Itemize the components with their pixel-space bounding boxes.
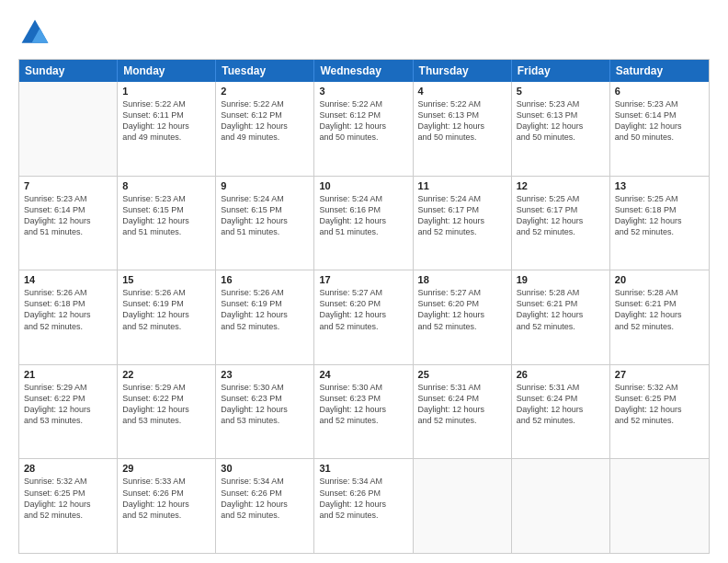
cal-cell: 12Sunrise: 5:25 AM Sunset: 6:17 PM Dayli… [512, 177, 610, 270]
cal-cell: 6Sunrise: 5:23 AM Sunset: 6:14 PM Daylig… [610, 82, 709, 176]
day-number: 13 [615, 180, 704, 191]
header-day-wednesday: Wednesday [314, 60, 413, 82]
cal-cell: 20Sunrise: 5:28 AM Sunset: 6:21 PM Dayli… [610, 270, 709, 364]
day-info: Sunrise: 5:22 AM Sunset: 6:12 PM Dayligh… [319, 98, 407, 144]
cal-cell: 10Sunrise: 5:24 AM Sunset: 6:16 PM Dayli… [314, 177, 413, 270]
calendar-row-0: 1Sunrise: 5:22 AM Sunset: 6:11 PM Daylig… [19, 82, 709, 176]
day-info: Sunrise: 5:25 AM Sunset: 6:17 PM Dayligh… [517, 193, 605, 238]
header-day-thursday: Thursday [414, 60, 512, 82]
day-number: 24 [319, 369, 407, 380]
day-info: Sunrise: 5:28 AM Sunset: 6:21 PM Dayligh… [615, 287, 704, 332]
day-info: Sunrise: 5:34 AM Sunset: 6:26 PM Dayligh… [221, 476, 309, 521]
day-number: 29 [122, 463, 210, 474]
day-info: Sunrise: 5:24 AM Sunset: 6:17 PM Dayligh… [418, 193, 506, 238]
day-info: Sunrise: 5:27 AM Sunset: 6:20 PM Dayligh… [418, 287, 506, 332]
cal-cell [610, 459, 709, 553]
day-info: Sunrise: 5:30 AM Sunset: 6:23 PM Dayligh… [221, 382, 309, 427]
day-number: 30 [221, 463, 309, 474]
day-number: 5 [517, 86, 605, 97]
day-number: 21 [24, 369, 112, 380]
cal-cell: 1Sunrise: 5:22 AM Sunset: 6:11 PM Daylig… [118, 82, 216, 176]
day-info: Sunrise: 5:22 AM Sunset: 6:12 PM Dayligh… [221, 98, 309, 144]
day-number: 11 [418, 180, 506, 191]
day-info: Sunrise: 5:26 AM Sunset: 6:19 PM Dayligh… [221, 287, 309, 332]
cal-cell: 14Sunrise: 5:26 AM Sunset: 6:18 PM Dayli… [19, 270, 118, 364]
cal-cell: 27Sunrise: 5:32 AM Sunset: 6:25 PM Dayli… [610, 365, 709, 459]
cal-cell: 22Sunrise: 5:29 AM Sunset: 6:22 PM Dayli… [118, 365, 216, 459]
day-number: 31 [319, 463, 407, 474]
day-number: 28 [24, 463, 112, 474]
cal-cell: 18Sunrise: 5:27 AM Sunset: 6:20 PM Dayli… [414, 270, 512, 364]
cal-cell: 28Sunrise: 5:32 AM Sunset: 6:25 PM Dayli… [19, 459, 118, 553]
day-info: Sunrise: 5:34 AM Sunset: 6:26 PM Dayligh… [319, 476, 407, 521]
day-info: Sunrise: 5:30 AM Sunset: 6:23 PM Dayligh… [319, 382, 407, 427]
cal-cell: 29Sunrise: 5:33 AM Sunset: 6:26 PM Dayli… [118, 459, 216, 553]
day-number: 3 [319, 86, 407, 97]
cal-cell [414, 459, 512, 553]
day-number: 12 [517, 180, 605, 191]
cal-cell: 8Sunrise: 5:23 AM Sunset: 6:15 PM Daylig… [118, 177, 216, 270]
cal-cell [512, 459, 610, 553]
cal-cell: 5Sunrise: 5:23 AM Sunset: 6:13 PM Daylig… [512, 82, 610, 176]
day-info: Sunrise: 5:31 AM Sunset: 6:24 PM Dayligh… [517, 382, 605, 427]
cal-cell: 31Sunrise: 5:34 AM Sunset: 6:26 PM Dayli… [314, 459, 413, 553]
day-number: 2 [221, 86, 309, 97]
calendar: SundayMondayTuesdayWednesdayThursdayFrid… [18, 59, 710, 554]
day-number: 18 [418, 274, 506, 285]
day-number: 8 [122, 180, 210, 191]
header-day-monday: Monday [118, 60, 216, 82]
header-day-friday: Friday [512, 60, 610, 82]
day-number: 14 [24, 274, 112, 285]
cal-cell: 30Sunrise: 5:34 AM Sunset: 6:26 PM Dayli… [216, 459, 314, 553]
day-number: 6 [615, 86, 704, 97]
day-info: Sunrise: 5:24 AM Sunset: 6:16 PM Dayligh… [319, 193, 407, 238]
logo [18, 17, 55, 50]
day-info: Sunrise: 5:29 AM Sunset: 6:22 PM Dayligh… [122, 382, 210, 427]
logo-icon [18, 17, 51, 50]
calendar-header: SundayMondayTuesdayWednesdayThursdayFrid… [19, 60, 709, 82]
day-info: Sunrise: 5:23 AM Sunset: 6:14 PM Dayligh… [24, 193, 112, 238]
day-info: Sunrise: 5:32 AM Sunset: 6:25 PM Dayligh… [615, 382, 704, 427]
cal-cell: 3Sunrise: 5:22 AM Sunset: 6:12 PM Daylig… [314, 82, 413, 176]
calendar-row-3: 21Sunrise: 5:29 AM Sunset: 6:22 PM Dayli… [19, 364, 709, 459]
day-info: Sunrise: 5:23 AM Sunset: 6:15 PM Dayligh… [122, 193, 210, 238]
header [18, 17, 710, 50]
day-info: Sunrise: 5:24 AM Sunset: 6:15 PM Dayligh… [221, 193, 309, 238]
cal-cell: 21Sunrise: 5:29 AM Sunset: 6:22 PM Dayli… [19, 365, 118, 459]
cal-cell: 7Sunrise: 5:23 AM Sunset: 6:14 PM Daylig… [19, 177, 118, 270]
day-info: Sunrise: 5:22 AM Sunset: 6:11 PM Dayligh… [122, 98, 210, 144]
day-info: Sunrise: 5:27 AM Sunset: 6:20 PM Dayligh… [319, 287, 407, 332]
calendar-row-1: 7Sunrise: 5:23 AM Sunset: 6:14 PM Daylig… [19, 176, 709, 270]
day-info: Sunrise: 5:28 AM Sunset: 6:21 PM Dayligh… [517, 287, 605, 332]
day-number: 27 [615, 369, 704, 380]
day-number: 9 [221, 180, 309, 191]
cal-cell: 25Sunrise: 5:31 AM Sunset: 6:24 PM Dayli… [414, 365, 512, 459]
cal-cell: 17Sunrise: 5:27 AM Sunset: 6:20 PM Dayli… [314, 270, 413, 364]
day-info: Sunrise: 5:23 AM Sunset: 6:13 PM Dayligh… [517, 98, 605, 144]
cal-cell: 23Sunrise: 5:30 AM Sunset: 6:23 PM Dayli… [216, 365, 314, 459]
day-number: 23 [221, 369, 309, 380]
day-info: Sunrise: 5:26 AM Sunset: 6:19 PM Dayligh… [122, 287, 210, 332]
day-number: 1 [122, 86, 210, 97]
day-number: 20 [615, 274, 704, 285]
cal-cell: 19Sunrise: 5:28 AM Sunset: 6:21 PM Dayli… [512, 270, 610, 364]
day-number: 19 [517, 274, 605, 285]
day-number: 22 [122, 369, 210, 380]
day-info: Sunrise: 5:22 AM Sunset: 6:13 PM Dayligh… [418, 98, 506, 144]
day-number: 25 [418, 369, 506, 380]
day-number: 4 [418, 86, 506, 97]
cal-cell: 15Sunrise: 5:26 AM Sunset: 6:19 PM Dayli… [118, 270, 216, 364]
day-info: Sunrise: 5:25 AM Sunset: 6:18 PM Dayligh… [615, 193, 704, 238]
cal-cell: 11Sunrise: 5:24 AM Sunset: 6:17 PM Dayli… [414, 177, 512, 270]
header-day-saturday: Saturday [610, 60, 709, 82]
cal-cell [19, 82, 118, 176]
cal-cell: 4Sunrise: 5:22 AM Sunset: 6:13 PM Daylig… [414, 82, 512, 176]
day-number: 7 [24, 180, 112, 191]
header-day-sunday: Sunday [19, 60, 118, 82]
day-number: 16 [221, 274, 309, 285]
page: SundayMondayTuesdayWednesdayThursdayFrid… [0, 0, 728, 563]
cal-cell: 16Sunrise: 5:26 AM Sunset: 6:19 PM Dayli… [216, 270, 314, 364]
day-info: Sunrise: 5:32 AM Sunset: 6:25 PM Dayligh… [24, 476, 112, 521]
cal-cell: 26Sunrise: 5:31 AM Sunset: 6:24 PM Dayli… [512, 365, 610, 459]
day-number: 17 [319, 274, 407, 285]
